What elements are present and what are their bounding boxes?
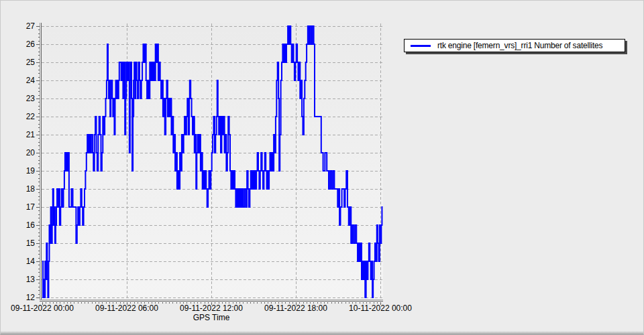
y-tick-label: 24	[26, 76, 36, 85]
y-tick-label: 16	[26, 220, 36, 230]
legend-label: rtk engine [femern_vrs]_rri1 Number of s…	[437, 41, 602, 50]
x-tick-label: 10-11-2022 00:00	[349, 304, 412, 313]
y-tick-label: 18	[26, 184, 36, 194]
y-tick-label: 22	[26, 112, 36, 121]
y-tick-label: 15	[26, 239, 36, 248]
y-tick-label: 14	[26, 257, 36, 266]
y-tick-label: 25	[26, 58, 36, 67]
y-tick-label: 23	[26, 94, 36, 103]
x-tick-label: 09-11-2022 00:00	[11, 304, 74, 313]
y-tick-label: 21	[26, 130, 36, 139]
x-tick-label: 09-11-2022 06:00	[95, 304, 158, 313]
y-tick-label: 17	[26, 202, 36, 212]
y-tick-label: 19	[26, 166, 36, 176]
y-tick-label: 27	[26, 21, 36, 31]
y-tick-label: 13	[26, 275, 36, 284]
x-tick-label: 09-11-2022 12:00	[180, 304, 243, 313]
y-tick-label: 20	[26, 148, 36, 157]
legend[interactable]: rtk engine [femern_vrs]_rri1 Number of s…	[404, 39, 625, 52]
chart-panel: 1213141516171819202122232425262709-11-20…	[0, 0, 644, 335]
y-tick-label: 12	[26, 293, 36, 302]
x-tick-label: 09-11-2022 18:00	[264, 304, 327, 313]
y-tick-label: 26	[26, 40, 36, 49]
x-axis-title: GPS Time	[193, 313, 230, 322]
legend-line-swatch	[411, 45, 431, 47]
window-bottom-bevel	[1, 331, 643, 334]
